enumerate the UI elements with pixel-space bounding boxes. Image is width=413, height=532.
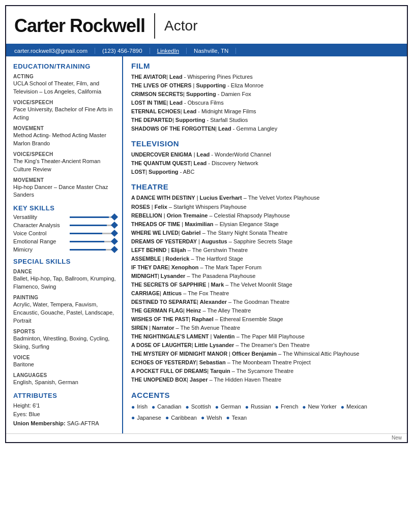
- accent-bullet: ●: [245, 402, 249, 413]
- skill-track: [70, 216, 116, 218]
- attributes-title: ATTRIBUTES: [13, 392, 116, 399]
- accent-item: ●Canadian: [152, 402, 181, 413]
- accent-item: ●Japanese: [131, 413, 161, 424]
- candidate-title: Actor: [164, 18, 197, 34]
- entry-title: THE AVIATOR: [131, 74, 166, 80]
- accent-bullet: ●: [152, 402, 155, 413]
- entry-rest: – Elysian Elegance Stage: [213, 221, 278, 227]
- accent-bullet: ●: [275, 402, 279, 413]
- list-item: WHERE WE LIVED| Gabriel – The Starry Nig…: [131, 229, 400, 237]
- entry-rest: – The Paper Mill Playhouse: [235, 333, 305, 339]
- entry-title: A DANCE WITH DESTINY: [131, 195, 195, 201]
- entry-title: MIDNIGHT: [131, 273, 158, 279]
- height-row: Height: 6'1: [13, 401, 116, 411]
- accent-bullet: ●: [131, 402, 135, 413]
- entry-rest: - WonderWorld Channel: [210, 151, 271, 158]
- dance-label: DANCE: [13, 269, 116, 274]
- skill-fill: [70, 241, 104, 242]
- entry-rest: - Obscura Films: [183, 100, 224, 106]
- entry-title: ECHOES OF YESTERDAY: [131, 359, 196, 365]
- entry-rest: – The Moonbeam Theatre Project: [226, 359, 311, 365]
- entry-role: Lead: [169, 74, 183, 80]
- list-item: CRIMSON SECRETS| Supporting - Damien Fox: [131, 90, 400, 99]
- linkedin-link[interactable]: LinkedIn: [157, 48, 179, 54]
- entry-role: Supporting: [196, 82, 226, 88]
- list-item: UNDERCOVER ENIGMA | Lead - WonderWorld C…: [131, 150, 400, 159]
- entry-title: WISHES OF THE PAST: [131, 316, 189, 322]
- entry-title: ETERNAL ECHOES: [131, 108, 181, 114]
- entry-title: ROSES: [131, 204, 150, 210]
- skill-label: Versatility: [13, 214, 67, 220]
- entry-title: THE NIGHTINGALE'S LAMENT: [131, 333, 209, 339]
- accent-bullet: ●: [201, 413, 204, 424]
- movement1-label: MOVEMENT: [13, 126, 116, 131]
- entry-sep: |: [162, 212, 167, 218]
- list-item: ECHOES OF YESTERDAY| Sebastian – The Moo…: [131, 358, 400, 367]
- accent-bullet: ●: [341, 402, 344, 413]
- film-entries: THE AVIATOR| Lead - Whispering Pines Pic…: [131, 73, 400, 133]
- footer: New: [6, 433, 407, 442]
- candidate-name: Carter Rockwell: [14, 15, 145, 37]
- entry-sep: |: [195, 195, 200, 201]
- accent-bullet: ●: [215, 402, 219, 413]
- entry-title: A DOSE OF LAUGHTER: [131, 342, 192, 348]
- contact-phone: (123) 456-7890: [95, 48, 150, 54]
- entry-title: THREADS OF TIME: [131, 221, 180, 227]
- entry-role: Lead: [194, 160, 207, 166]
- entry-title: REBELLION: [131, 212, 162, 218]
- entry-rest: – The Dreamer's Den Theatre: [234, 342, 309, 348]
- voice1-text: Pace University, Bachelor of Fine Arts i…: [13, 106, 116, 122]
- entry-sep: |: [180, 221, 185, 227]
- right-column: FILM THE AVIATOR| Lead - Whispering Pine…: [123, 56, 407, 433]
- list-item: IF THEY DARE| Xenophon – The Mark Taper …: [131, 263, 400, 272]
- entry-title: THE QUANTUM QUEST: [131, 160, 191, 166]
- entry-rest: – Celestial Rhapsody Playhouse: [208, 212, 289, 218]
- entry-rest: – Ethereal Ensemble Stage: [214, 316, 283, 322]
- entry-rest: - Midnight Mirage Films: [196, 108, 256, 114]
- entry-rest: – The 5th Avenue Theatre: [174, 325, 240, 331]
- entry-title: LEFT BEHIND: [131, 247, 166, 253]
- skill-diamond: [111, 246, 118, 253]
- list-item: LOST IN TIME| Lead - Obscura Films: [131, 99, 400, 107]
- list-item: THE GERMAN FLAG| Heinz – The Alley Theat…: [131, 306, 400, 315]
- accent-name: Scottish: [191, 402, 211, 412]
- entry-rest: – The Pasadena Playhouse: [185, 273, 255, 279]
- list-item: THE UNOPENED BOX| Jasper – The Hidden Ha…: [131, 375, 400, 384]
- entry-role: Jasper: [190, 377, 208, 383]
- accent-name: Texan: [232, 413, 247, 423]
- accent-item: ●French: [275, 402, 299, 413]
- list-item: SIREN | Narrator – The 5th Avenue Theatr…: [131, 324, 400, 332]
- entry-role: Mark: [211, 281, 224, 288]
- entry-rest: – The Sycamore Theatre: [230, 368, 293, 374]
- skill-fill: [70, 249, 106, 251]
- entry-role: Maximilian: [185, 221, 213, 227]
- skill-fill: [70, 225, 107, 226]
- list-item: ASSEMBLE | Roderick – The Hartford Stage: [131, 255, 400, 263]
- entry-title: THE UNOPENED BOX: [131, 377, 187, 383]
- entry-role: Narrator: [152, 325, 174, 331]
- list-item: THE SECRETS OF SAPPHIRE | Mark – The Vel…: [131, 280, 400, 289]
- entry-role: Augustus: [201, 238, 227, 244]
- entry-role: Atticus: [163, 290, 182, 296]
- entry-title: THE SECRETS OF SAPPHIRE: [131, 281, 206, 288]
- entry-sep: |: [150, 204, 155, 210]
- special-skills-title: SPECIAL SKILLS: [13, 258, 116, 265]
- entry-rest: - Gemma Langley: [231, 126, 277, 132]
- entry-title: THE LIVES OF OTHERS: [131, 82, 191, 88]
- list-item: LEFT BEHIND | Elijah – The Gershwin Thea…: [131, 246, 400, 255]
- contact-linkedin[interactable]: LinkedIn: [150, 48, 187, 54]
- skill-row: Versatility: [13, 214, 116, 220]
- entry-title: SHADOWS OF THE FORGOTTEN: [131, 126, 215, 132]
- skill-fill: [70, 216, 109, 218]
- entry-role: Officer Benjamin: [232, 351, 277, 357]
- skill-label: Character Analysis: [13, 222, 67, 228]
- skill-diamond: [111, 222, 118, 229]
- entry-title: IF THEY DARE: [131, 264, 168, 270]
- entry-title: THE MYSTERY OF MIDNIGHT MANOR: [131, 351, 227, 357]
- accent-item: ●Welsh: [201, 413, 222, 424]
- accent-item: ●New Yorker: [302, 402, 337, 413]
- accent-item: ●Irish: [131, 402, 148, 413]
- accent-name: Irish: [137, 402, 148, 412]
- entry-role: Supporting: [175, 117, 205, 123]
- entry-role: Lead: [169, 100, 183, 106]
